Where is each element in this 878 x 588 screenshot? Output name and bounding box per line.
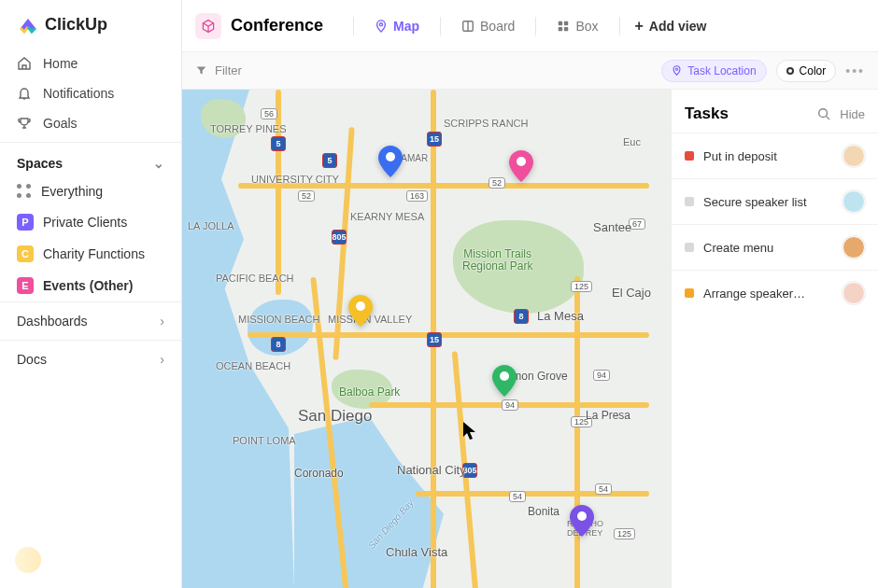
chevron-down-icon: ⌄ [153,156,164,171]
task-label: Create menu [703,241,833,255]
add-view-button[interactable]: + Add view [635,18,707,35]
filter-tools: Task Location Color ••• [661,60,865,82]
user-avatar[interactable] [15,547,41,573]
add-view-label: Add view [649,19,706,34]
nav-home[interactable]: Home [0,49,181,78]
pin-blue[interactable] [378,146,403,177]
filter-button[interactable]: Filter [195,63,242,77]
task-label: Secure speaker list [703,195,833,209]
tab-map[interactable]: Map [369,15,425,37]
separator [535,17,536,35]
route-52: 52 [298,190,315,202]
color-pill[interactable]: Color [776,60,837,82]
assignee-avatar[interactable] [843,190,865,213]
tab-map-label: Map [393,19,419,34]
page-title-group: Conference [195,13,323,39]
content: 5 8 15 15 8 805 805 5 52 52 163 56 125 1… [182,90,878,588]
brand[interactable]: ClickUp [0,0,181,45]
space-badge: P [17,214,34,231]
status-indicator [685,243,694,252]
svg-point-9 [356,301,365,311]
spaces-header[interactable]: Spaces ⌄ [0,142,181,176]
pin-yellow[interactable] [348,295,373,327]
space-label: Charity Functions [43,246,145,261]
svg-point-10 [500,371,509,381]
route-67: 67 [629,218,645,230]
tasks-title: Tasks [685,105,729,123]
route-54: 54 [509,491,526,502]
separator [353,17,354,35]
space-everything-label: Everything [41,184,103,199]
tab-box-label: Box [575,19,598,34]
pin-pink[interactable] [509,150,533,182]
hide-button[interactable]: Hide [840,107,865,121]
pin-purple[interactable] [570,505,594,537]
shield-i5: 5 [271,136,286,151]
nav-notifications-label: Notifications [43,86,114,101]
svg-rect-3 [564,21,568,24]
brand-name: ClickUp [45,15,107,35]
chevron-right-icon: › [160,314,164,329]
route-54b: 54 [595,483,612,495]
status-indicator [685,151,694,161]
tab-board[interactable]: Board [456,15,520,37]
task-row[interactable]: Put in deposit [672,133,878,178]
trophy-icon [17,116,32,131]
route-163: 163 [406,190,428,202]
filter-bar: Filter Task Location Color ••• [182,52,878,90]
nav-notifications[interactable]: Notifications [0,78,181,108]
more-menu[interactable]: ••• [845,63,865,78]
main: Conference Map Board Box + Add view [182,0,878,588]
route-52b: 52 [489,177,505,189]
assignee-avatar[interactable] [843,236,865,259]
hwy-i5 [276,90,281,295]
task-row[interactable]: Arrange speaker… [672,270,878,315]
map-label: La Presa [586,409,630,422]
task-row[interactable]: Create menu [672,224,878,270]
route-94: 94 [502,399,518,411]
map-label: Euc [623,136,641,147]
svg-point-7 [386,152,395,161]
map-label: Santee [593,220,631,234]
nav-goals[interactable]: Goals [0,108,181,138]
color-label: Color [800,64,827,77]
hwy-125 [574,276,580,588]
map[interactable]: 5 8 15 15 8 805 805 5 52 52 163 56 125 1… [182,90,671,588]
space-badge: C [17,245,34,262]
hwy-i8 [248,332,649,338]
section-docs[interactable]: Docs › [0,340,181,378]
route-56: 56 [261,108,277,119]
route-94b: 94 [593,370,610,381]
task-location-pill[interactable]: Task Location [661,60,766,82]
tasks-tools: Hide [817,107,865,121]
topbar: Conference Map Board Box + Add view [182,0,878,52]
svg-point-8 [517,157,526,166]
route-125: 125 [571,281,592,292]
space-events-other[interactable]: E Events (Other) [0,270,181,301]
section-dashboards[interactable]: Dashboards › [0,301,181,340]
task-row[interactable]: Secure speaker list [672,178,878,224]
tasks-header: Tasks Hide [672,90,878,133]
space-everything[interactable]: Everything [0,176,181,206]
board-icon [461,20,474,33]
pin-icon [672,65,682,76]
svg-point-0 [379,22,382,25]
space-label: Events (Other) [43,278,133,293]
shield-i8a: 8 [271,337,286,352]
space-charity-functions[interactable]: C Charity Functions [0,238,181,270]
svg-rect-5 [564,26,568,30]
grid-icon [17,184,32,199]
svg-rect-4 [559,26,562,30]
status-indicator [685,288,694,298]
space-private-clients[interactable]: P Private Clients [0,206,181,238]
funnel-icon [195,64,207,77]
shield-i8b: 8 [514,309,529,324]
assignee-avatar[interactable] [843,145,865,167]
tab-board-label: Board [480,19,515,34]
page-title: Conference [231,16,323,35]
shield-i15b: 15 [427,332,442,347]
assignee-avatar[interactable] [843,282,865,304]
search-icon[interactable] [817,107,830,120]
tab-box[interactable]: Box [551,15,603,37]
pin-green[interactable] [492,365,517,397]
